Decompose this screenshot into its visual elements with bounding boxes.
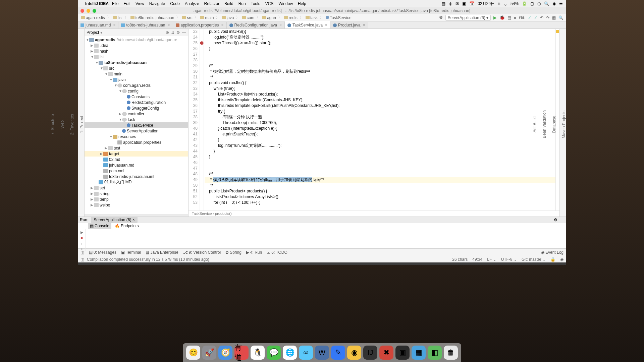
tool-vcs[interactable]: ⎇ 9: Version Control (183, 250, 221, 255)
menu-view[interactable]: View (136, 1, 144, 6)
tray-icon[interactable]: ▢ (530, 1, 534, 6)
tree-node[interactable]: Constants (85, 94, 188, 100)
clock-icon[interactable]: ◷ (537, 1, 541, 6)
menu-navigate[interactable]: Navigate (149, 1, 165, 6)
tool-favorites[interactable]: 2: Favorites (70, 114, 74, 135)
collapse-icon[interactable]: ⇊ (171, 30, 174, 35)
dock-trash[interactable]: 🗑 (444, 346, 458, 360)
status-line-ending[interactable]: LF ⌄ (487, 257, 496, 262)
tool-spring[interactable]: ✿ Spring (225, 250, 241, 255)
close-tab-icon[interactable]: × (279, 23, 282, 27)
close-tab-icon[interactable]: × (325, 23, 327, 27)
tree-node[interactable]: ▶hash (85, 48, 188, 54)
tree-node[interactable]: application.properties (85, 139, 188, 145)
run-config-select[interactable]: ServerApplication (6) ▾ (445, 15, 491, 21)
tool-project[interactable]: 1: Project (79, 116, 84, 133)
status-encoding[interactable]: UTF-8 ⌄ (501, 257, 517, 262)
breadcrumb-item[interactable]: TaskService (325, 15, 352, 20)
tray-icon[interactable]: ⌗ (498, 1, 500, 6)
dock-app[interactable]: 有道 (234, 346, 249, 360)
menu-analyze[interactable]: Analyze (185, 1, 199, 6)
tree-node[interactable]: pom.xml (85, 168, 188, 174)
menu-tools[interactable]: Tools (251, 1, 260, 6)
dock-terminal[interactable]: ▣ (395, 346, 410, 360)
coverage-icon[interactable]: ▤ (507, 15, 511, 20)
breadcrumb-item[interactable]: task (305, 15, 318, 20)
breadcrumb-item[interactable]: main (200, 15, 214, 20)
event-log[interactable]: ◉ Event Log (541, 250, 564, 255)
close-tab-icon[interactable]: × (167, 23, 170, 27)
up-icon[interactable]: ↑ (81, 241, 83, 245)
dock-app[interactable]: ◧ (428, 346, 442, 360)
status-git[interactable]: Git: master ⌄ (522, 257, 546, 262)
hide-icon[interactable]: — (182, 30, 186, 35)
menu-window[interactable]: Window (278, 1, 293, 6)
search-everywhere-icon[interactable]: 🔍 (558, 15, 564, 20)
menu-vcs[interactable]: VCS (265, 1, 274, 6)
breadcrumb-item[interactable]: agan (262, 15, 277, 20)
dock-app[interactable]: ✖ (379, 346, 393, 360)
tree-node[interactable]: ▶weibo (85, 202, 188, 208)
tree-node[interactable]: ▼list (85, 54, 188, 60)
editor-breadcrumb[interactable]: TaskService › products() (189, 210, 559, 217)
endpoints-tab[interactable]: 🔥 Endpoints (113, 223, 141, 229)
dock-intellij[interactable]: IJ (363, 346, 377, 360)
wifi-icon[interactable]: ◡ (504, 1, 507, 6)
tree-node[interactable]: ▼java (85, 77, 188, 82)
tool-todo[interactable]: ☑ 6: TODO (267, 250, 287, 255)
status-position[interactable]: 49:34 (472, 257, 482, 262)
tree-node[interactable]: 02.md (85, 157, 188, 162)
tool-ant[interactable]: Ant Build (532, 116, 537, 132)
breadcrumb-item[interactable]: com (241, 15, 255, 20)
tree-node[interactable]: ▼config (85, 88, 188, 94)
tray-icon[interactable]: ▣ (462, 1, 466, 6)
siri-icon[interactable]: ◉ (552, 1, 556, 6)
tree-node[interactable]: ▶set (85, 185, 188, 191)
tool-web[interactable]: Web (60, 120, 65, 128)
breadcrumb-item[interactable]: java (221, 15, 234, 20)
tree-node[interactable]: SwaggerConfig (85, 105, 188, 111)
tree-node[interactable]: ▶test (85, 145, 188, 151)
tool-bean[interactable]: Bean Validation (542, 110, 547, 138)
project-panel-title[interactable]: Project (87, 30, 99, 35)
breadcrumb-item[interactable]: list (112, 15, 123, 20)
lock-icon[interactable]: 🔒 (550, 257, 555, 262)
battery-icon[interactable]: 🔋 (522, 1, 527, 6)
dock-qq[interactable]: 🐧 (251, 346, 265, 360)
editor-tab[interactable]: juhuasuan.md× (78, 22, 118, 28)
notif-icon[interactable]: ☰ (559, 1, 563, 6)
tool-terminal[interactable]: ▣ Terminal (121, 250, 141, 255)
dock-app[interactable]: ◉ (347, 346, 361, 360)
tree-node[interactable]: ▶controller (85, 111, 188, 117)
breadcrumb-item[interactable]: agan-redis (80, 15, 106, 20)
close-tab-icon[interactable]: × (221, 23, 224, 27)
close-icon[interactable] (80, 9, 84, 13)
tool-structure[interactable]: 7: Structure (50, 114, 55, 135)
tree-node[interactable]: ▶.idea (85, 43, 188, 48)
console-output[interactable] (86, 229, 566, 251)
dock-wechat[interactable]: 💬 (267, 346, 281, 360)
tree-node[interactable]: ▶string (85, 191, 188, 196)
editor-tab[interactable]: TaskService.java× (285, 21, 330, 28)
tree-node[interactable]: TaskService (85, 122, 188, 128)
dock-app[interactable]: ▦ (412, 346, 426, 360)
run-tab[interactable]: ServerApplication (6) × (91, 217, 137, 223)
editor-tab[interactable]: to8to-redis-juhuasuan× (118, 22, 173, 28)
tree-node[interactable]: ▼agan-redis/Volumes/data/bo/git-boot/aga… (85, 37, 188, 43)
tool-maven[interactable]: Maven Projects (561, 111, 566, 138)
tree-node[interactable]: ▶target (85, 151, 188, 157)
tree-node[interactable]: ServerApplication (85, 128, 188, 134)
menu-code[interactable]: Code (170, 1, 180, 6)
code-area[interactable]: public void initJHS(){ log.info("启动定时器..… (204, 29, 555, 210)
dock-app[interactable]: ✎ (331, 346, 345, 360)
tool-run[interactable]: ▶ 4: Run (246, 250, 262, 255)
build-icon[interactable]: ⚒ (439, 15, 443, 20)
menu-help[interactable]: Help (298, 1, 306, 6)
tree-node[interactable]: ▶temp (85, 196, 188, 202)
app-name[interactable]: IntelliJ IDEA (85, 1, 109, 6)
tree-node[interactable]: ▼task (85, 117, 188, 122)
tree-node[interactable]: RedisConfiguration (85, 100, 188, 105)
menu-refactor[interactable]: Refactor (204, 1, 219, 6)
dock-wps[interactable]: W (315, 346, 329, 360)
rerun-icon[interactable]: ▶ (80, 230, 83, 235)
